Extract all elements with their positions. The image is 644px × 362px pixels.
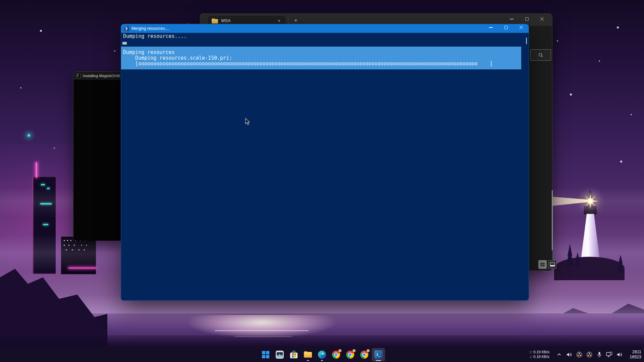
upload-speed: ↑: 0.19 KB/s	[530, 350, 549, 355]
display-phone-icon	[606, 352, 613, 358]
profile-badge	[352, 349, 356, 353]
volume-tray-icon[interactable]	[564, 347, 574, 362]
running-indicator	[376, 360, 381, 361]
speaker-icon	[566, 352, 572, 357]
new-tab-button[interactable]: +	[291, 16, 300, 24]
selection-line-3: [ooooooooooooooooooooooooooooooooooooooo…	[123, 61, 521, 67]
taskbar-item-task-manager[interactable]	[273, 348, 286, 361]
folder-icon	[212, 18, 218, 23]
terminal-title: Merging resources....	[131, 26, 481, 31]
terminal-cursor	[122, 42, 127, 45]
obs-icon	[586, 352, 592, 358]
tab-separator	[288, 18, 288, 24]
tab-close-icon[interactable]: ✕	[276, 18, 282, 24]
neon-window	[41, 184, 45, 185]
view-toggle-group	[538, 260, 556, 269]
terminal-line-1: Dumping resources....	[123, 34, 529, 39]
running-indicator	[307, 360, 309, 361]
close-button[interactable]: #terminal .g-close::before,#terminal .g-…	[514, 24, 529, 32]
details-view-button[interactable]	[538, 260, 547, 269]
maximize-button[interactable]	[498, 24, 514, 32]
network-speed-monitor[interactable]: ↑: 0.19 KB/s ↓: 0.18 KB/s	[530, 350, 549, 359]
teal-orb	[28, 134, 30, 137]
minimize-button[interactable]	[483, 24, 498, 32]
running-indicator	[321, 360, 323, 361]
maximize-button[interactable]	[519, 14, 534, 24]
profile-badge	[366, 349, 370, 353]
profile-badge	[338, 349, 342, 353]
task-manager-icon	[276, 351, 284, 359]
microphone-tray-icon[interactable]	[594, 347, 604, 362]
microphone-icon	[597, 352, 602, 358]
search-icon	[538, 53, 543, 58]
thumbnail-view-button[interactable]	[548, 260, 556, 269]
water-streak	[215, 330, 309, 331]
installer-window: Installing MagiskOnW	[73, 71, 122, 241]
windows-logo-icon	[262, 351, 269, 358]
taskbar-item-powershell[interactable]: ❯_	[372, 348, 385, 361]
thumbnail-view-icon	[550, 262, 555, 266]
chevron-up-icon	[556, 352, 562, 357]
mouse-cursor	[245, 118, 251, 125]
stars	[0, 0, 1, 1]
taskbar-item-chrome-1[interactable]	[329, 348, 343, 361]
powershell-icon: ❯	[124, 26, 129, 31]
start-button[interactable]	[259, 348, 272, 361]
terminal-content[interactable]: Dumping resources.... Dumping resources …	[121, 33, 529, 301]
taskbar-item-microsoft-store[interactable]	[287, 348, 301, 361]
microsoft-store-icon	[290, 351, 298, 359]
installer-title: Installing MagiskOnW	[83, 74, 120, 78]
minimize-button[interactable]	[504, 14, 519, 24]
powershell-window: ❯ Merging resources.... #terminal .g-clo…	[121, 24, 529, 301]
obs-tray-icon-2[interactable]	[584, 347, 594, 362]
file-explorer-icon	[304, 351, 312, 358]
system-tray: ↑: 0.19 KB/s ↓: 0.18 KB/s	[530, 347, 644, 362]
selection-line-2: Dumping resources.scale-150.pri:	[123, 55, 521, 61]
terminal-window-controls: #terminal .g-close::before,#terminal .g-…	[483, 24, 529, 34]
volume-tray-icon-2[interactable]	[614, 347, 625, 362]
display-tray-icon[interactable]	[604, 347, 614, 362]
explorer-window-controls	[504, 14, 549, 24]
obs-icon	[576, 352, 582, 358]
lighthouse-hill	[554, 257, 625, 280]
traffic-counter[interactable]: 2811 16523	[627, 350, 641, 360]
details-view-icon	[540, 263, 545, 266]
terminal-titlebar[interactable]: ❯ Merging resources.... #terminal .g-clo…	[121, 24, 529, 33]
terminal-selection: Dumping resources Dumping resources.scal…	[121, 47, 521, 69]
neon-window	[43, 224, 48, 225]
taskbar-item-file-explorer[interactable]	[301, 348, 315, 361]
taskbar-item-chrome-3[interactable]	[358, 348, 371, 361]
close-button[interactable]	[534, 14, 549, 24]
obs-tray-icon-1[interactable]	[574, 347, 584, 362]
terminal-scrollbar[interactable]	[526, 38, 527, 44]
installer-titlebar[interactable]: Installing MagiskOnW	[73, 72, 122, 80]
selection-line-1: Dumping resources	[123, 50, 521, 55]
explorer-scrollbar[interactable]	[552, 190, 553, 250]
taskbar: ❯_ ↑: 0.19 KB/s ↓: 0.18 KB/s	[0, 347, 644, 362]
powershell-icon: ❯_	[374, 350, 383, 359]
taskbar-item-edge[interactable]	[315, 348, 329, 361]
cmd-icon	[76, 73, 81, 78]
speaker-icon	[616, 352, 623, 357]
neon-sign	[36, 162, 37, 178]
counter-top: 2811	[627, 350, 641, 355]
edge-icon	[318, 351, 326, 359]
download-speed: ↓: 0.18 KB/s	[530, 355, 549, 359]
hidden-icons-chevron[interactable]	[554, 347, 564, 362]
lighthouse-lamp	[584, 195, 596, 207]
explorer-search-box[interactable]	[530, 49, 551, 61]
tab-label: WSA	[221, 18, 273, 23]
taskbar-item-chrome-2[interactable]	[343, 348, 357, 361]
counter-bottom: 16523	[627, 355, 641, 360]
